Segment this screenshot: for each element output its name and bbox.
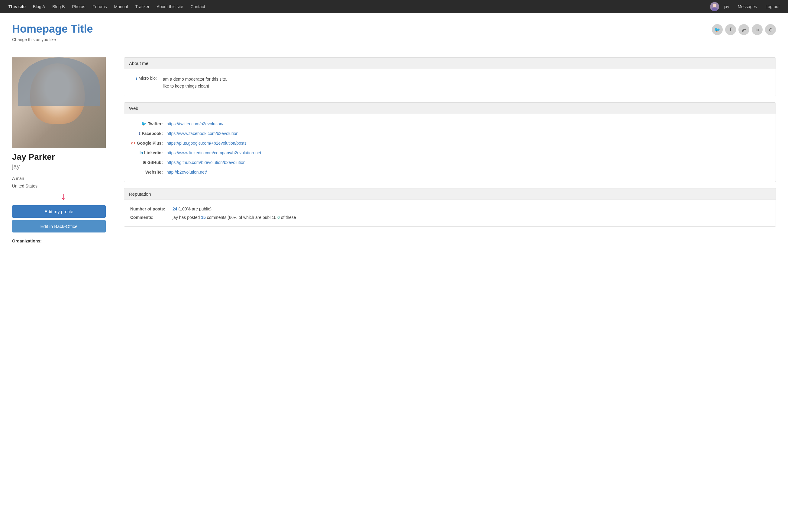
- github-social-icon[interactable]: ⊙: [765, 24, 776, 35]
- github-link[interactable]: https://github.com/b2evolution/b2evoluti…: [166, 160, 245, 165]
- facebook-link[interactable]: https://www.facebook.com/b2evolution: [166, 131, 238, 136]
- about-me-header: About me: [124, 58, 775, 69]
- nav-logout[interactable]: Log out: [762, 0, 783, 13]
- posts-suffix: (100% are public): [178, 206, 212, 211]
- user-location: United States: [12, 182, 115, 190]
- nav-tracker[interactable]: Tracker: [132, 0, 153, 13]
- posts-count-link[interactable]: 24: [173, 206, 177, 211]
- reputation-card: Reputation Number of posts: 24 (100% are…: [124, 188, 776, 227]
- left-column: Jay Parker jay A man United States ↓ Edi…: [12, 57, 115, 243]
- user-section: jay Messages Log out: [710, 0, 783, 13]
- website-link[interactable]: http://b2evolution.net/: [166, 170, 207, 175]
- about-me-card: About me ℹ Micro bio: I am a demo modera…: [124, 57, 776, 96]
- facebook-social-icon[interactable]: f: [725, 24, 736, 35]
- arrow-indicator: ↓: [12, 191, 115, 201]
- linkedin-social-icon[interactable]: in: [752, 24, 763, 35]
- posts-row: Number of posts: 24 (100% are public): [130, 205, 770, 213]
- github-row-icon: ⊙: [143, 160, 146, 165]
- googleplus-link[interactable]: https://plus.google.com/+b2evolution/pos…: [166, 141, 247, 145]
- nav-about[interactable]: About this site: [153, 0, 187, 13]
- nav-brand[interactable]: This site: [5, 0, 29, 13]
- reputation-body: Number of posts: 24 (100% are public) Co…: [124, 200, 775, 226]
- nav-photos[interactable]: Photos: [68, 0, 89, 13]
- nav-blog-a[interactable]: Blog A: [29, 0, 48, 13]
- facebook-row: f Facebook: https://www.facebook.com/b2e…: [130, 129, 770, 138]
- web-body: 🐦 Twitter: https://twitter.com/b2evoluti…: [124, 114, 775, 182]
- twitter-row: 🐦 Twitter: https://twitter.com/b2evoluti…: [130, 119, 770, 129]
- nav-username[interactable]: jay: [720, 0, 733, 13]
- nav-contact[interactable]: Contact: [187, 0, 209, 13]
- info-icon: ℹ: [136, 76, 137, 81]
- googleplus-social-icon[interactable]: g+: [738, 24, 749, 35]
- github-label: ⊙ GitHub:: [130, 160, 166, 165]
- twitter-link[interactable]: https://twitter.com/b2evolution/: [166, 121, 223, 126]
- linkedin-row-icon: in: [140, 151, 143, 155]
- twitter-label: 🐦 Twitter:: [130, 121, 166, 126]
- nav-forums[interactable]: Forums: [89, 0, 110, 13]
- linkedin-label: in Linkedin:: [130, 150, 166, 155]
- comments-row: Comments: jay has posted 15 comments (66…: [130, 213, 770, 222]
- edit-backoffice-button[interactable]: Edit in Back-Office: [12, 220, 106, 232]
- right-column: About me ℹ Micro bio: I am a demo modera…: [124, 57, 776, 243]
- linkedin-link[interactable]: https://www.linkedin.com/company/b2evolu…: [166, 150, 261, 155]
- facebook-row-icon: f: [139, 131, 140, 136]
- twitter-social-icon[interactable]: 🐦: [712, 24, 723, 35]
- comments-count-link[interactable]: 15: [201, 215, 206, 220]
- web-card: Web 🐦 Twitter: https://twitter.com/b2evo…: [124, 102, 776, 182]
- micro-bio-label: ℹ Micro bio:: [130, 76, 160, 81]
- reputation-header: Reputation: [124, 188, 775, 200]
- nav-blog-b[interactable]: Blog B: [48, 0, 68, 13]
- nav-manual[interactable]: Manual: [111, 0, 132, 13]
- comments-count2-link[interactable]: 0: [277, 215, 280, 220]
- micro-bio-value: I am a demo moderator for this site. I l…: [160, 76, 227, 89]
- svg-point-1: [713, 4, 716, 7]
- avatar[interactable]: [710, 2, 719, 11]
- user-handle: jay: [12, 163, 115, 170]
- nav-messages[interactable]: Messages: [734, 0, 761, 13]
- posts-value: 24 (100% are public): [173, 206, 212, 211]
- web-header: Web: [124, 103, 775, 114]
- profile-photo: [12, 57, 106, 148]
- user-full-name: Jay Parker: [12, 152, 115, 162]
- googleplus-row-icon: g+: [131, 141, 135, 145]
- googleplus-label: g+ Google Plus:: [130, 141, 166, 145]
- comments-label: Comments:: [130, 215, 173, 220]
- user-gender: A man: [12, 175, 115, 182]
- user-meta: A man United States: [12, 175, 115, 190]
- posts-label: Number of posts:: [130, 206, 173, 211]
- micro-bio-row: ℹ Micro bio: I am a demo moderator for t…: [130, 74, 770, 91]
- edit-profile-button[interactable]: Edit my profile: [12, 205, 106, 218]
- github-row: ⊙ GitHub: https://github.com/b2evolution…: [130, 158, 770, 167]
- page-subtitle: Change this as you like: [12, 37, 93, 42]
- twitter-row-icon: 🐦: [141, 121, 146, 126]
- comments-value: jay has posted 15 comments (66% of which…: [173, 215, 296, 220]
- facebook-label: f Facebook:: [130, 131, 166, 136]
- navigation: This site Blog A Blog B Photos Forums Ma…: [0, 0, 788, 13]
- about-me-body: ℹ Micro bio: I am a demo moderator for t…: [124, 69, 775, 96]
- social-icons-group: 🐦 f g+ in ⊙: [712, 24, 776, 35]
- googleplus-row: g+ Google Plus: https://plus.google.com/…: [130, 138, 770, 148]
- header-left: Homepage Title Change this as you like: [12, 22, 93, 42]
- linkedin-row: in Linkedin: https://www.linkedin.com/co…: [130, 148, 770, 158]
- organizations-label: Organizations:: [12, 239, 115, 243]
- header-area: Homepage Title Change this as you like 🐦…: [0, 13, 788, 45]
- website-row: Website: http://b2evolution.net/: [130, 167, 770, 177]
- page-title: Homepage Title: [12, 22, 93, 35]
- main-content: Jay Parker jay A man United States ↓ Edi…: [0, 57, 788, 255]
- website-label: Website:: [130, 170, 166, 175]
